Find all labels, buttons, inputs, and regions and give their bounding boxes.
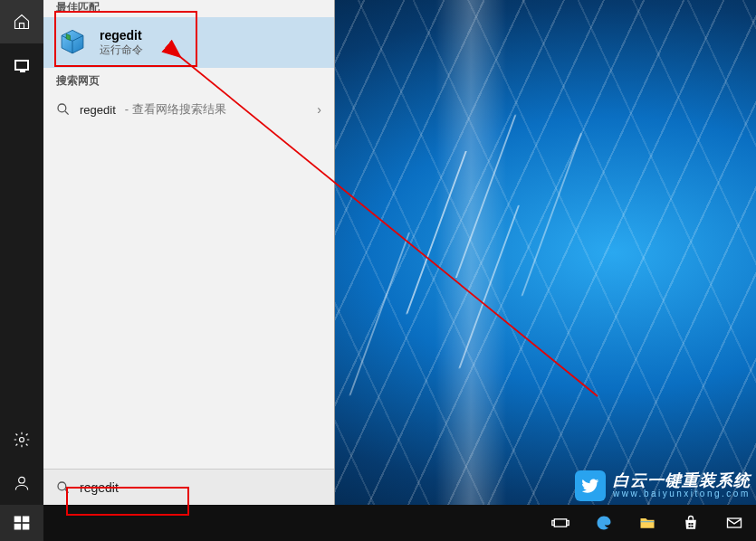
svg-point-1 [19, 477, 25, 483]
svg-rect-13 [554, 519, 566, 527]
regedit-icon [56, 26, 89, 59]
search-icon [56, 480, 71, 495]
svg-rect-15 [567, 521, 569, 526]
search-panel: 最佳匹配 regedit 运行命令 搜索网页 regedit [43, 0, 335, 505]
start-button[interactable] [0, 505, 43, 541]
svg-point-5 [58, 104, 66, 112]
svg-rect-16 [689, 523, 691, 525]
best-match-texts: regedit 运行命令 [100, 28, 321, 58]
this-pc-button[interactable] [0, 43, 43, 87]
best-match-header: 最佳匹配 [43, 0, 334, 17]
start-rail [0, 0, 43, 505]
svg-rect-9 [14, 517, 22, 523]
search-icon [56, 102, 71, 117]
monitor-icon [14, 60, 29, 71]
svg-line-8 [65, 489, 69, 493]
home-button[interactable] [0, 0, 43, 43]
svg-rect-10 [23, 517, 30, 523]
chevron-right-icon: › [317, 102, 321, 117]
best-match-result[interactable]: regedit 运行命令 [43, 17, 334, 68]
mail-button[interactable] [713, 505, 756, 541]
best-match-title: regedit [100, 28, 321, 43]
account-button[interactable] [0, 461, 43, 505]
search-input[interactable] [80, 480, 325, 495]
svg-point-7 [58, 482, 66, 490]
svg-rect-18 [689, 526, 691, 527]
web-search-header: 搜索网页 [43, 68, 334, 92]
svg-line-6 [65, 111, 69, 115]
svg-rect-12 [23, 524, 30, 530]
search-box[interactable] [43, 469, 334, 505]
edge-button[interactable] [582, 505, 626, 541]
taskview-button[interactable] [539, 505, 582, 541]
settings-button[interactable] [0, 418, 43, 461]
store-button[interactable] [669, 505, 713, 541]
svg-rect-17 [691, 523, 693, 525]
svg-rect-19 [691, 526, 693, 527]
svg-rect-11 [14, 524, 22, 530]
web-search-term: regedit [80, 103, 116, 117]
svg-point-0 [20, 438, 24, 442]
web-search-suffix: - 查看网络搜索结果 [125, 101, 226, 118]
svg-rect-14 [552, 521, 555, 526]
taskbar [0, 505, 756, 541]
best-match-subtitle: 运行命令 [100, 43, 321, 58]
svg-rect-20 [728, 518, 742, 527]
file-explorer-button[interactable] [626, 505, 669, 541]
web-search-result[interactable]: regedit - 查看网络搜索结果 › [43, 92, 334, 127]
